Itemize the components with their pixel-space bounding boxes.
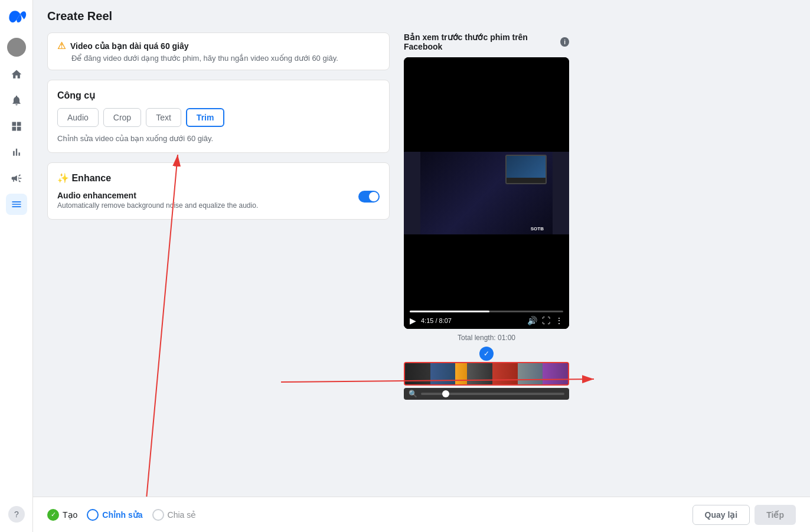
monitor-frame bbox=[505, 155, 547, 184]
meta-logo-icon bbox=[6, 7, 27, 28]
thumbnail-area: ✓ 🔍 bbox=[404, 347, 569, 400]
video-ctrl-right: 🔊 ⛶ ⋮ bbox=[527, 316, 563, 325]
play-button[interactable]: ▶ bbox=[410, 316, 416, 325]
warning-icon: ⚠ bbox=[57, 40, 66, 51]
video-thumbnail: SOTB bbox=[404, 57, 569, 329]
filmstrip-segment-2 bbox=[430, 363, 456, 384]
back-button[interactable]: Quay lại bbox=[693, 505, 750, 525]
avatar[interactable] bbox=[7, 38, 26, 57]
enhance-text: Audio enhancement Automatically remove b… bbox=[57, 191, 258, 210]
total-length: Total length: 01:00 bbox=[404, 334, 569, 342]
video-progress-fill bbox=[410, 311, 489, 312]
thumbnail-cursor: ✓ bbox=[404, 347, 569, 361]
bottom-actions: Quay lại Tiếp bbox=[693, 505, 796, 525]
enhance-title: ✨ Enhance bbox=[57, 172, 380, 184]
filmstrip-segment-4 bbox=[467, 363, 492, 384]
page-title: Create Reel bbox=[47, 9, 112, 22]
step-done-icon: ✓ bbox=[47, 509, 59, 521]
monitor-screen bbox=[507, 156, 546, 178]
more-options-icon[interactable]: ⋮ bbox=[555, 316, 563, 325]
sidebar-item-analytics[interactable] bbox=[6, 142, 27, 163]
next-button[interactable]: Tiếp bbox=[755, 505, 796, 525]
zoom-icon: 🔍 bbox=[409, 390, 417, 398]
video-top-black bbox=[404, 57, 569, 152]
step-indicator: ✓ Tạo bbox=[47, 509, 77, 521]
filmstrip-segment-5 bbox=[492, 363, 518, 384]
step-1-done: ✓ Tạo bbox=[47, 509, 77, 521]
video-middle: SOTB bbox=[404, 152, 569, 234]
sidebar-item-notifications[interactable] bbox=[6, 90, 27, 111]
sidebar-item-menu[interactable] bbox=[6, 194, 27, 215]
tools-desc: Chỉnh sửa video của bạn xuống dưới 60 gi… bbox=[57, 134, 380, 143]
sidebar-item-megaphone[interactable] bbox=[6, 168, 27, 189]
sidebar bbox=[0, 0, 33, 532]
sotb-text: SOTB bbox=[531, 226, 544, 231]
filmstrip-segment-7 bbox=[543, 363, 568, 384]
tab-audio[interactable]: Audio bbox=[57, 108, 99, 127]
enhance-sublabel: Automatically remove background noise an… bbox=[57, 201, 258, 210]
step-3-inactive: Chia sẻ bbox=[152, 509, 197, 521]
zoom-bar: 🔍 bbox=[404, 388, 569, 400]
right-panel: Bản xem trước thước phim trên Facebook i… bbox=[404, 28, 569, 497]
enhance-box: ✨ Enhance Audio enhancement Automaticall… bbox=[47, 162, 390, 220]
tab-text[interactable]: Text bbox=[146, 108, 181, 127]
filmstrip-segment-1 bbox=[405, 363, 430, 384]
step-active-circle bbox=[87, 509, 99, 521]
step-inactive-circle bbox=[152, 509, 164, 521]
warning-desc: Để đăng video dưới dạng thước phim, hãy … bbox=[71, 54, 380, 63]
enhance-row: Audio enhancement Automatically remove b… bbox=[57, 191, 380, 210]
tools-title: Công cụ bbox=[57, 90, 380, 101]
tools-box: Công cụ Audio Crop Text Trim Chỉnh sửa v… bbox=[47, 80, 390, 153]
tab-crop[interactable]: Crop bbox=[103, 108, 141, 127]
content-area: ⚠ Video của bạn dài quá 60 giây Để đăng … bbox=[33, 28, 810, 497]
video-controls-row: ▶ 4:15 / 8:07 🔊 ⛶ ⋮ bbox=[410, 316, 563, 325]
fullscreen-icon[interactable]: ⛶ bbox=[542, 316, 550, 325]
video-time: 4:15 / 8:07 bbox=[421, 317, 452, 324]
zoom-thumb bbox=[442, 390, 449, 397]
warning-box: ⚠ Video của bạn dài quá 60 giây Để đăng … bbox=[47, 32, 390, 70]
help-icon[interactable]: ? bbox=[8, 506, 25, 523]
video-progress-bar[interactable] bbox=[410, 311, 563, 312]
left-panel: ⚠ Video của bạn dài quá 60 giây Để đăng … bbox=[47, 28, 390, 497]
main-content: Create Reel ⚠ Video của bạn dài quá 60 g… bbox=[33, 0, 810, 532]
filmstrip-segment-3 bbox=[455, 363, 467, 384]
cursor-icon: ✓ bbox=[479, 347, 494, 361]
enhance-label: Audio enhancement bbox=[57, 191, 258, 200]
zoom-track[interactable] bbox=[421, 393, 564, 395]
filmstrip-segment-6 bbox=[518, 363, 543, 384]
sidebar-item-grid[interactable] bbox=[6, 116, 27, 137]
audio-enhancement-toggle[interactable] bbox=[358, 191, 380, 203]
tab-trim[interactable]: Trim bbox=[186, 108, 225, 127]
page-header: Create Reel bbox=[33, 0, 810, 28]
preview-title: Bản xem trước thước phim trên Facebook i bbox=[404, 32, 569, 51]
sidebar-item-home[interactable] bbox=[6, 64, 27, 85]
preview-info-icon[interactable]: i bbox=[560, 37, 569, 47]
video-player[interactable]: SOTB ▶ 4:15 / 8:07 🔊 ⛶ bbox=[404, 57, 569, 329]
video-screen-img: SOTB bbox=[420, 152, 553, 234]
bottom-bar: ✓ Tạo Chỉnh sửa Chia sẻ Quay lại Tiếp bbox=[33, 497, 810, 532]
filmstrip[interactable] bbox=[404, 362, 569, 386]
video-controls: ▶ 4:15 / 8:07 🔊 ⛶ ⋮ bbox=[404, 307, 569, 329]
volume-icon[interactable]: 🔊 bbox=[527, 316, 537, 325]
warning-title: ⚠ Video của bạn dài quá 60 giây bbox=[57, 40, 380, 51]
tools-tabs: Audio Crop Text Trim bbox=[57, 108, 380, 127]
step-2-active[interactable]: Chỉnh sửa bbox=[87, 509, 142, 521]
